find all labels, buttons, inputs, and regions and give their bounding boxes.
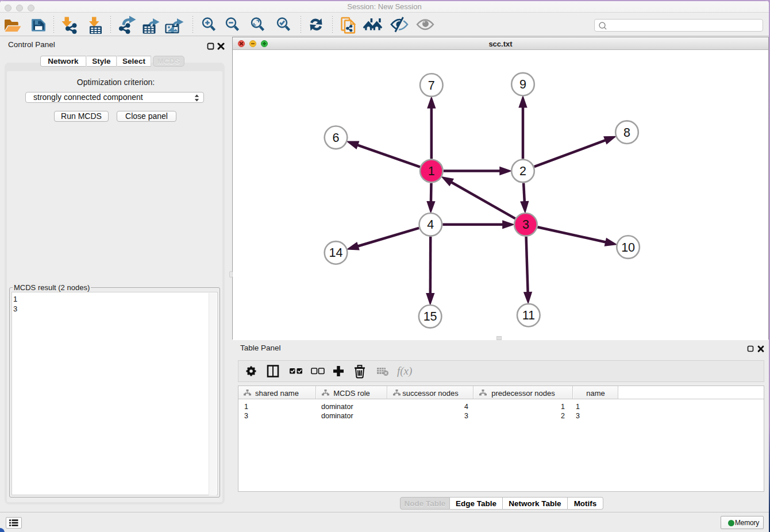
svg-text:14: 14 (329, 246, 343, 260)
svg-text:15: 15 (424, 310, 437, 323)
svg-text:8: 8 (623, 126, 630, 140)
svg-text:7: 7 (428, 79, 435, 92)
svg-text:f(x): f(x) (397, 365, 412, 377)
svg-text:11: 11 (522, 309, 535, 322)
svg-text:10: 10 (621, 241, 635, 255)
svg-text:1: 1 (428, 164, 435, 178)
svg-text:4: 4 (427, 218, 434, 232)
svg-text:2: 2 (519, 164, 526, 178)
svg-text:3: 3 (522, 218, 529, 232)
svg-text:6: 6 (333, 131, 340, 145)
svg-text:9: 9 (519, 78, 526, 91)
